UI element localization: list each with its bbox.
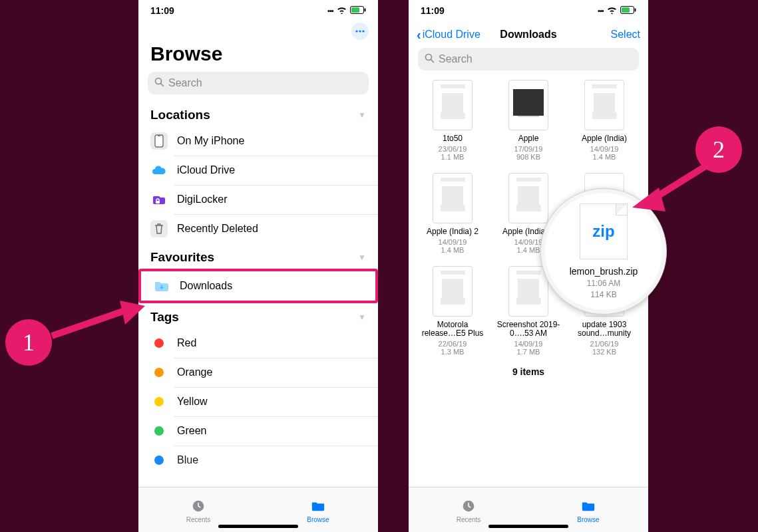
file-name: Apple [518,134,539,144]
back-button[interactable]: ‹ iCloud Drive [417,27,480,43]
file-date: 14/09/19 [439,238,467,246]
tag-green[interactable]: Green [138,416,378,446]
row-label: iCloud Drive [177,164,235,176]
items-count: 9 items [418,356,639,382]
tag-dot-icon [154,368,164,377]
section-title: Favourites [150,250,214,265]
file-item[interactable]: Motorola release…E5 Plus22/06/191.3 MB [418,266,487,356]
file-date: 22/06/19 [439,340,467,348]
row-label: Recently Deleted [177,223,258,235]
favourite-downloads[interactable]: Downloads [138,269,378,303]
chevron-down-icon: ▼ [358,110,366,120]
zoom-time: 11:06 AM [587,279,621,288]
section-header-locations[interactable]: Locations ▼ [138,101,378,126]
file-thumbnail [508,173,548,223]
tag-red[interactable]: Red [138,329,378,358]
home-indicator[interactable] [218,525,298,528]
location-icloud-drive[interactable]: iCloud Drive [138,156,378,185]
row-label: Red [177,337,196,349]
file-name: Apple (India) [582,134,627,144]
locations-list: On My iPhone iCloud Drive DigiLocker Rec… [138,126,378,243]
file-item[interactable]: Apple (India)14/09/191.4 MB [570,80,639,161]
tag-dot-icon [154,397,164,406]
file-size: 1.4 MB [517,246,540,254]
file-size: 1.7 MB [517,348,540,356]
file-thumbnail [433,80,473,130]
file-size: 1.3 MB [441,348,465,356]
tab-label: Browse [577,516,599,523]
tab-label: Browse [307,516,329,523]
file-thumbnail [508,80,548,130]
svg-point-4 [359,30,361,32]
location-on-my-iphone[interactable]: On My iPhone [138,126,378,156]
file-size: 908 KB [516,153,540,161]
svg-rect-13 [635,9,636,12]
chevron-down-icon: ▼ [358,253,366,262]
file-name: Screenshot 2019-0….53 AM [495,321,562,339]
annotation-badge-1: 1 [5,319,52,366]
file-name: update 1903 sound…munity [571,321,638,339]
tag-blue[interactable]: Blue [138,446,378,475]
signal-icon: ▪▪▪ [327,7,333,15]
file-name: Motorola release…E5 Plus [419,321,486,339]
svg-rect-14 [622,7,630,13]
file-date: 23/06/19 [439,145,467,153]
svg-line-16 [431,59,434,62]
row-label: Green [177,425,206,437]
file-thumbnail [433,266,473,317]
page-title: Browse [138,41,378,72]
phone-browse: 11:09 ▪▪▪ Browse Search Locations ▼ [138,0,378,532]
annotation-arrow-1 [47,293,153,346]
status-time: 11:09 [150,5,174,16]
file-date: 21/06/19 [590,340,619,348]
row-label: Orange [177,366,212,378]
row-label: Yellow [177,396,208,408]
svg-rect-10 [156,201,160,203]
section-title: Tags [150,310,179,325]
back-label: iCloud Drive [423,29,480,41]
search-field[interactable]: Search [148,72,369,94]
section-header-favourites[interactable]: Favourites ▼ [138,243,378,269]
badge-number: 2 [713,136,725,164]
status-time: 11:09 [421,5,445,16]
svg-point-5 [362,30,364,32]
trash-icon [150,220,168,237]
file-name: Apple (India) 2 [427,227,478,237]
home-indicator[interactable] [488,525,568,528]
tab-label: Recents [186,516,211,523]
wifi-icon [607,5,617,16]
tag-orange[interactable]: Orange [138,358,378,387]
location-recently-deleted[interactable]: Recently Deleted [138,214,378,243]
search-field[interactable]: Search [418,48,639,70]
file-name: 1to50 [443,134,463,144]
row-label: DigiLocker [177,194,228,205]
nav-bar: ‹ iCloud Drive Downloads Select [409,21,648,48]
battery-icon [620,5,636,16]
file-item[interactable]: 1to5023/06/191.1 MB [418,80,487,161]
section-header-tags[interactable]: Tags ▼ [138,303,378,329]
clock-icon [190,499,206,515]
search-icon [425,53,435,66]
chevron-left-icon: ‹ [417,27,421,43]
zoom-filename: lemon_brush.zip [570,266,638,277]
zip-file-icon: zip [580,203,628,259]
folder-icon [310,499,326,515]
row-label: On My iPhone [177,135,244,147]
tag-yellow[interactable]: Yellow [138,387,378,416]
file-item[interactable]: Apple17/09/19908 KB [494,80,563,161]
badge-number: 1 [23,329,35,356]
cloud-icon [150,162,168,179]
search-icon [154,77,164,90]
svg-line-7 [161,83,164,86]
status-bar: 11:09 ▪▪▪ [409,0,648,21]
chevron-down-icon: ▼ [358,313,366,322]
more-button[interactable] [351,23,369,40]
file-item[interactable]: Apple (India) 214/09/191.4 MB [418,173,487,254]
select-button[interactable]: Select [611,29,640,41]
clock-icon [461,499,476,515]
file-size: 132 KB [592,348,616,356]
file-date: 14/09/19 [590,145,619,153]
tag-dot-icon [154,426,164,436]
location-digilocker[interactable]: DigiLocker [138,185,378,214]
zip-label: zip [592,222,614,241]
